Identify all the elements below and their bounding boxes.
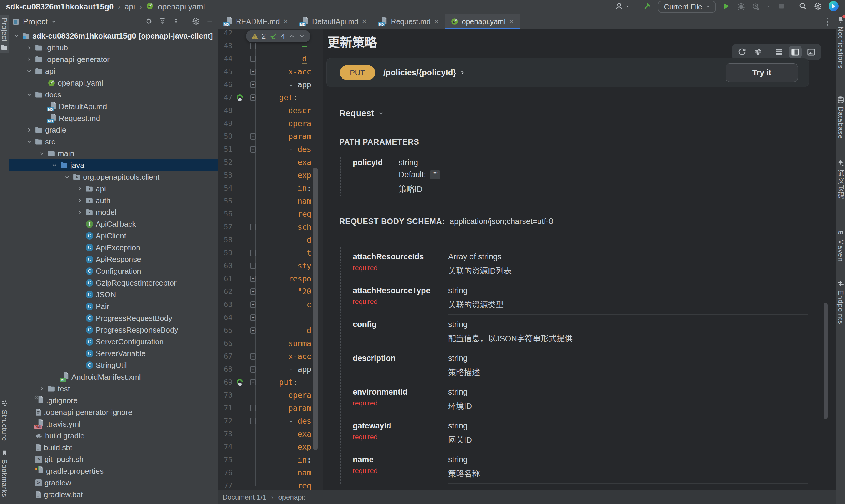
fold-marker-icon[interactable]: − bbox=[250, 288, 256, 295]
editor-line-72[interactable]: 72 − - des bbox=[218, 415, 323, 428]
tool-button-endpoints[interactable]: Endpoints bbox=[836, 280, 845, 324]
tool-button-bookmarks[interactable]: Bookmarks bbox=[0, 450, 9, 497]
editor-line-56[interactable]: 56 req bbox=[218, 208, 323, 220]
editor-line-60[interactable]: 60 − sty bbox=[218, 259, 323, 272]
fold-marker-icon[interactable]: − bbox=[250, 133, 256, 140]
tree-item-build-gradle[interactable]: build.gradle bbox=[9, 430, 218, 442]
fold-marker-icon[interactable]: − bbox=[250, 56, 256, 62]
editor-line-75[interactable]: 75 in: bbox=[218, 453, 323, 466]
breadcrumb-project[interactable]: sdk-cu08326m1hkokaut15g0 bbox=[6, 2, 113, 12]
tree-item-auth[interactable]: auth bbox=[9, 195, 218, 206]
fold-marker-icon[interactable]: − bbox=[250, 301, 256, 308]
try-it-button[interactable]: Try it bbox=[725, 63, 798, 82]
tree-item-configuration[interactable]: C Configuration bbox=[9, 265, 218, 277]
down-chevron-icon[interactable] bbox=[51, 162, 58, 168]
inspections-widget[interactable]: 2 4 bbox=[246, 30, 311, 42]
tree-item-src[interactable]: src bbox=[9, 136, 218, 148]
fold-marker-icon[interactable]: − bbox=[250, 146, 256, 152]
next-problem-icon[interactable] bbox=[299, 33, 305, 39]
editor-line-73[interactable]: 73 exa bbox=[218, 428, 323, 440]
fold-marker-icon[interactable]: − bbox=[250, 418, 256, 424]
view-panel-button[interactable] bbox=[789, 46, 802, 58]
tab-openapi-yaml[interactable]: openapi.yaml × bbox=[445, 14, 520, 30]
tree-item-defaultapi-md[interactable]: MD DefaultApi.md bbox=[9, 101, 218, 112]
right-chevron-icon[interactable] bbox=[76, 197, 83, 204]
more-chevron-button[interactable] bbox=[767, 4, 771, 10]
editor-line-58[interactable]: 58 d bbox=[218, 233, 323, 247]
debug-button[interactable] bbox=[737, 2, 745, 12]
close-icon[interactable]: × bbox=[362, 17, 367, 25]
tree-item-model[interactable]: model bbox=[9, 206, 218, 218]
editor-line-67[interactable]: 67 − x-acc bbox=[218, 350, 323, 363]
tree-item-request-md[interactable]: MD Request.md bbox=[9, 112, 218, 124]
tree-item-gradle-properties[interactable]: gradle.properties bbox=[9, 465, 218, 477]
run-button[interactable] bbox=[722, 2, 730, 12]
endpoint-card[interactable]: PUT /policies/{policyId} Try it bbox=[326, 58, 809, 87]
editor-line-48[interactable]: 48 descr bbox=[218, 104, 323, 117]
chevron-down-icon[interactable] bbox=[51, 19, 56, 24]
editor-line-52[interactable]: 52 exa bbox=[218, 156, 323, 169]
yaml-node-breadcrumb[interactable]: openapi: bbox=[278, 493, 305, 501]
editor-line-76[interactable]: 76 nam bbox=[218, 466, 323, 479]
tree-item-stringutil[interactable]: C StringUtil bbox=[9, 359, 218, 371]
down-chevron-icon[interactable] bbox=[64, 174, 71, 180]
tree-item-apiexception[interactable]: C ApiException bbox=[9, 242, 218, 253]
fold-marker-icon[interactable]: − bbox=[250, 314, 256, 321]
editor-line-51[interactable]: 51 − - des bbox=[218, 143, 323, 156]
down-chevron-icon[interactable] bbox=[38, 150, 45, 157]
editor-line-74[interactable]: 74 exp bbox=[218, 440, 323, 453]
tool-button-通义灵码[interactable]: 通义灵码 bbox=[836, 159, 845, 199]
down-chevron-icon[interactable] bbox=[13, 33, 20, 39]
editor-line-77[interactable]: 77 req bbox=[218, 479, 323, 490]
tab-request-md[interactable]: MDRequest.md × bbox=[372, 14, 444, 30]
document-indicator[interactable]: Document 1/1 bbox=[223, 493, 266, 501]
fold-marker-icon[interactable]: − bbox=[250, 327, 256, 334]
down-chevron-icon[interactable] bbox=[25, 68, 33, 74]
fold-marker-icon[interactable]: − bbox=[250, 275, 256, 282]
build-hammer-button[interactable] bbox=[642, 2, 651, 12]
editor-line-46[interactable]: 46 − - app bbox=[218, 78, 323, 91]
breadcrumb-file[interactable]: openapi.yaml bbox=[158, 2, 205, 12]
settings-button[interactable] bbox=[814, 2, 822, 12]
fold-marker-icon[interactable]: − bbox=[250, 224, 256, 230]
avatar-button[interactable] bbox=[829, 1, 839, 12]
fold-marker-icon[interactable]: − bbox=[250, 94, 256, 101]
tree-item-build-sbt[interactable]: build.sbt bbox=[9, 442, 218, 453]
editor-line-64[interactable]: 64 − bbox=[218, 311, 323, 324]
request-section-header[interactable]: Request bbox=[339, 108, 384, 118]
tree-item-java[interactable]: java bbox=[9, 159, 218, 171]
editor-line-70[interactable]: 70 opera bbox=[218, 389, 323, 402]
editor-line-61[interactable]: 61 − respo bbox=[218, 272, 323, 285]
fold-marker-icon[interactable]: − bbox=[250, 263, 256, 269]
tree-item-androidmanifest-xml[interactable]: MF AndroidManifest.xml bbox=[9, 371, 218, 383]
fold-marker-icon[interactable]: − bbox=[250, 69, 256, 75]
tool-button-maven[interactable]: mMaven bbox=[836, 228, 845, 262]
tree-item-git-push-sh[interactable]: > git_push.sh bbox=[9, 453, 218, 465]
view-image-button[interactable] bbox=[805, 46, 817, 58]
tool-button-notifications[interactable]: Notifications bbox=[836, 16, 845, 69]
tool-button-database[interactable]: Database bbox=[836, 96, 845, 139]
project-panel-title[interactable]: Project bbox=[23, 17, 48, 26]
right-chevron-icon[interactable] bbox=[38, 385, 45, 392]
tree-item-serverconfiguration[interactable]: C ServerConfiguration bbox=[9, 336, 218, 347]
tree-item-github[interactable]: .github bbox=[9, 42, 218, 54]
down-chevron-icon[interactable] bbox=[25, 91, 33, 98]
profiler-button[interactable] bbox=[752, 2, 760, 12]
down-chevron-icon[interactable] bbox=[25, 139, 33, 145]
editor-line-44[interactable]: 44 − d bbox=[218, 52, 323, 65]
endpoint-gutter-icon[interactable] bbox=[235, 93, 244, 102]
right-chevron-icon[interactable] bbox=[25, 127, 33, 133]
editor[interactable]: 42 43 − — 44 − d 45 − x-acc 46 − - app 4… bbox=[218, 30, 323, 490]
settings-button[interactable] bbox=[192, 17, 200, 26]
endpoint-gutter-icon[interactable] bbox=[235, 378, 244, 387]
close-icon[interactable]: × bbox=[283, 17, 288, 25]
locate-button[interactable] bbox=[145, 17, 153, 26]
right-chevron-icon[interactable] bbox=[76, 185, 83, 192]
hide-button[interactable] bbox=[206, 17, 214, 26]
editor-line-68[interactable]: 68 − - app bbox=[218, 363, 323, 376]
editor-line-71[interactable]: 71 − param bbox=[218, 402, 323, 415]
fold-marker-icon[interactable]: − bbox=[250, 43, 256, 49]
tree-item-gitignore[interactable]: .gitignore bbox=[9, 395, 218, 407]
tree-item-gziprequestinterceptor[interactable]: C GzipRequestInterceptor bbox=[9, 277, 218, 289]
tree-item-test[interactable]: test bbox=[9, 383, 218, 395]
